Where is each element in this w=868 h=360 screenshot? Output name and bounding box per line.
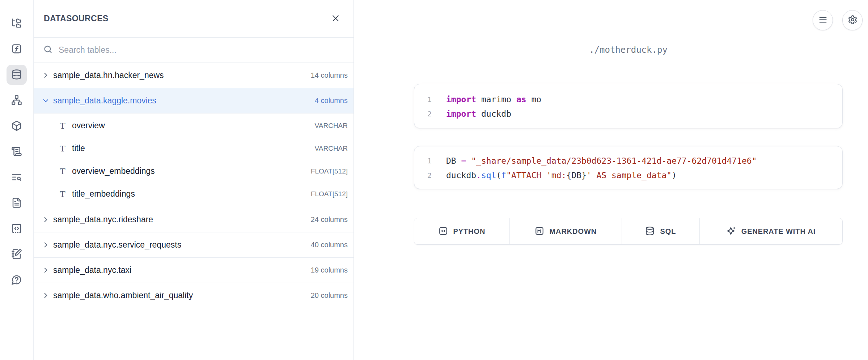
- column-name: title: [72, 143, 310, 153]
- column-row-title[interactable]: T title VARCHAR: [34, 137, 353, 160]
- line-number: 2: [414, 168, 438, 183]
- table-name: sample_data.nyc.service_requests: [53, 240, 308, 250]
- notebook-menu-button[interactable]: [813, 10, 833, 30]
- add-button-label: MARKDOWN: [550, 227, 597, 236]
- datasources-panel: DATASOURCES sample_data.hn.hacker_news 1…: [33, 0, 354, 360]
- table-row-kaggle-movies[interactable]: sample_data.kaggle.movies 4 columns: [34, 88, 353, 113]
- add-button-label: GENERATE WITH AI: [741, 227, 816, 236]
- sidebar-item-documentation[interactable]: [7, 193, 27, 213]
- help-chat-icon: [11, 274, 22, 286]
- code-text: import marimo as mo: [438, 95, 541, 104]
- table-row-nyc-taxi[interactable]: sample_data.nyc.taxi 19 columns: [34, 258, 353, 283]
- notebook-area: ./motherduck.py 1import marimo as mo2imp…: [354, 0, 868, 360]
- add-cell-bar: PYTHON MARKDOWN SQL GENERATE WITH AI: [414, 218, 843, 245]
- settings-button[interactable]: [842, 10, 863, 30]
- marimo-app: DATASOURCES sample_data.hn.hacker_news 1…: [0, 0, 868, 360]
- sparkles-icon: [727, 226, 736, 237]
- table-name: sample_data.who.ambient_air_quality: [53, 291, 308, 300]
- package-icon: [11, 120, 22, 132]
- table-name: sample_data.hn.hacker_news: [53, 70, 308, 80]
- sidebar-item-file-explorer[interactable]: [7, 13, 27, 34]
- document-icon: [11, 197, 22, 209]
- chevron-right-icon: [42, 215, 50, 224]
- hamburger-menu-icon: [818, 15, 828, 26]
- table-name: sample_data.kaggle.movies: [53, 96, 312, 106]
- sidebar-item-scratchpad[interactable]: [7, 244, 27, 265]
- markdown-icon: [535, 226, 544, 237]
- column-type: FLOAT[512]: [311, 190, 348, 198]
- text-type-icon: T: [58, 189, 67, 199]
- database-icon: [645, 226, 655, 237]
- code-line: 2import duckdb: [414, 107, 842, 121]
- dependency-graph-icon: [11, 95, 22, 107]
- sidebar-item-datasources[interactable]: [7, 65, 27, 85]
- code-square-icon: [439, 226, 448, 237]
- table-column-count: 4 columns: [315, 97, 348, 105]
- panel-title: DATASOURCES: [44, 14, 109, 23]
- sidebar-item-help[interactable]: [7, 270, 27, 290]
- sidebar-item-logs[interactable]: [7, 142, 27, 162]
- search-input[interactable]: [59, 45, 345, 55]
- code-text: duckdb.sql(f"ATTACH 'md:{DB}' AS sample_…: [438, 171, 677, 180]
- table-column-count: 24 columns: [311, 215, 348, 224]
- line-number: 1: [414, 92, 438, 107]
- sidebar-item-dependencies[interactable]: [7, 90, 27, 111]
- table-name: sample_data.nyc.taxi: [53, 265, 308, 275]
- scratchpad-icon: [11, 249, 22, 261]
- sidebar-item-snippets[interactable]: [7, 219, 27, 239]
- close-panel-button[interactable]: [328, 12, 343, 26]
- chevron-right-icon: [42, 266, 50, 274]
- chevron-right-icon: [42, 241, 50, 249]
- table-search: [34, 38, 353, 63]
- table-row-nyc-rideshare[interactable]: sample_data.nyc.rideshare 24 columns: [34, 207, 353, 232]
- add-markdown-cell-button[interactable]: MARKDOWN: [510, 218, 622, 244]
- text-type-icon: T: [58, 121, 67, 130]
- table-name: sample_data.nyc.rideshare: [53, 215, 308, 224]
- chevron-down-icon: [42, 97, 50, 105]
- code-line: 1DB = "_share/sample_data/23b0d623-1361-…: [414, 154, 842, 168]
- sidebar-item-packages[interactable]: [7, 116, 27, 136]
- column-row-overview[interactable]: T overview VARCHAR: [34, 114, 353, 137]
- top-actions: [813, 10, 863, 30]
- table-column-count: 20 columns: [311, 291, 348, 300]
- code-text: import duckdb: [438, 109, 511, 119]
- code-cell-imports[interactable]: 1import marimo as mo2import duckdb: [414, 84, 843, 128]
- line-number: 1: [414, 154, 438, 168]
- column-type: VARCHAR: [315, 122, 348, 130]
- sidebar-item-variables[interactable]: [7, 39, 27, 59]
- scroll-logs-icon: [11, 146, 22, 158]
- code-line: 1import marimo as mo: [414, 92, 842, 107]
- chevron-right-icon: [42, 291, 50, 300]
- column-list-kaggle-movies: T overview VARCHAR T title VARCHAR T ove…: [34, 113, 353, 207]
- table-column-count: 14 columns: [311, 71, 348, 80]
- panel-header: DATASOURCES: [34, 0, 353, 38]
- table-column-count: 40 columns: [311, 241, 348, 249]
- code-cell-attach-db[interactable]: 1DB = "_share/sample_data/23b0d623-1361-…: [414, 146, 843, 189]
- notebook-filename[interactable]: ./motherduck.py: [414, 45, 843, 55]
- column-name: overview: [72, 121, 310, 130]
- icon-rail: [0, 0, 33, 360]
- table-row-who-ambient-air-quality[interactable]: sample_data.who.ambient_air_quality 20 c…: [34, 283, 353, 308]
- table-row-hacker-news[interactable]: sample_data.hn.hacker_news 14 columns: [34, 63, 353, 88]
- text-type-icon: T: [58, 144, 67, 153]
- column-name: title_embeddings: [72, 189, 306, 199]
- column-type: FLOAT[512]: [311, 167, 348, 175]
- add-sql-cell-button[interactable]: SQL: [622, 218, 700, 244]
- code-line: 2duckdb.sql(f"ATTACH 'md:{DB}' AS sample…: [414, 168, 842, 183]
- text-type-icon: T: [58, 167, 67, 176]
- table-column-count: 19 columns: [311, 266, 348, 274]
- gear-icon: [848, 15, 858, 26]
- function-square-icon: [11, 43, 22, 55]
- add-python-cell-button[interactable]: PYTHON: [414, 218, 510, 244]
- table-row-nyc-service-requests[interactable]: sample_data.nyc.service_requests 40 colu…: [34, 232, 353, 258]
- sidebar-item-tracebacks[interactable]: [7, 167, 27, 188]
- close-icon: [331, 14, 340, 24]
- column-row-overview-embeddings[interactable]: T overview_embeddings FLOAT[512]: [34, 160, 353, 183]
- chevron-right-icon: [42, 71, 50, 80]
- add-button-label: SQL: [660, 227, 676, 236]
- column-name: overview_embeddings: [72, 166, 306, 176]
- generate-with-ai-button[interactable]: GENERATE WITH AI: [700, 218, 842, 244]
- snippets-icon: [11, 223, 22, 235]
- column-row-title-embeddings[interactable]: T title_embeddings FLOAT[512]: [34, 183, 353, 205]
- search-icon: [43, 44, 53, 56]
